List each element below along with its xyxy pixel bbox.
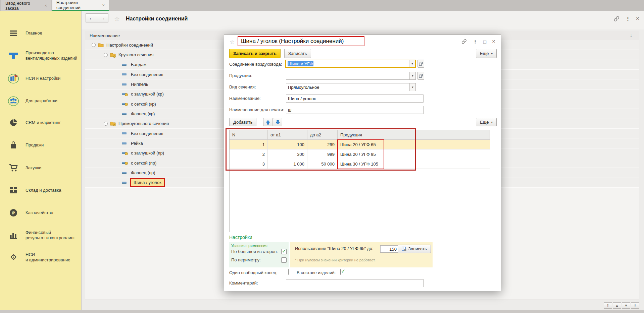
name-label: Наименование: (229, 96, 261, 101)
chevron-down-icon: ▾ (491, 121, 493, 124)
cell-n: 2 (230, 149, 268, 159)
products-combo[interactable]: ▾ (286, 72, 416, 80)
sidebar-item-development[interactable]: Для разработки (0, 93, 82, 109)
sidebar-item-finance[interactable]: Финансовыйрезультат и контроллинг (0, 228, 82, 243)
sidebar-item-main[interactable]: Главное (0, 26, 82, 40)
tree-item-label: Бандаж (131, 62, 146, 67)
sidebar-item-label: Склад и доставка (26, 188, 61, 193)
by-perimeter-checkbox[interactable] (281, 257, 287, 263)
go-top-button[interactable]: ⇑ (604, 302, 612, 309)
sidebar-item-sales[interactable]: Продажи (0, 138, 82, 152)
move-down-button[interactable] (273, 118, 282, 126)
name-input[interactable] (286, 95, 424, 103)
cell-product: Шина 30 / УГФ 105 (338, 159, 490, 169)
sidebar-item-warehouse[interactable]: Склад и доставка (0, 184, 82, 197)
duct-connection-combo[interactable]: Шина и УГФ ▾ (285, 60, 416, 68)
cell-from: 100 (268, 140, 307, 149)
link-icon[interactable] (613, 15, 620, 22)
maximize-icon[interactable]: □ (483, 39, 486, 45)
save-table-icon (402, 247, 406, 251)
sidebar-item-production[interactable]: Производствовентиляционных изделий (0, 48, 82, 63)
section-type-label: Вид сечения: (229, 84, 256, 89)
form-toolbar: ← → ☆ Настройки соединений ⋮ × (82, 11, 644, 29)
item-dash-dot-icon (122, 93, 127, 95)
tab-new-order[interactable]: Ввод нового заказа × (1, 0, 51, 11)
tab-connection-settings[interactable]: Настройки соединений × (52, 0, 109, 11)
pie-chart-icon (7, 117, 19, 129)
usage-save-button[interactable]: Записать (398, 245, 431, 253)
kebab-menu-icon[interactable]: ⋮ (473, 39, 478, 44)
duct-connection-label: Соединение воздуховода: (229, 62, 282, 67)
link-icon[interactable] (461, 39, 467, 45)
dialog-title: Шина / уголок (Настройки соединений) (241, 38, 344, 45)
usage-note: * При нулевом значении критерий не работ… (295, 258, 376, 262)
gear-icon: ⚙ (7, 251, 19, 263)
comment-input[interactable] (286, 279, 424, 287)
column-header-product[interactable]: Продукция (338, 130, 490, 139)
back-button[interactable]: ← (86, 13, 97, 22)
sidebar-item-nsi-settings[interactable]: НСИ и настройки (0, 71, 82, 86)
open-reference-button[interactable] (417, 60, 424, 68)
forward-button[interactable]: → (97, 13, 108, 22)
more-button-top[interactable]: Еще▾ (476, 49, 497, 58)
open-reference-button[interactable] (417, 72, 424, 80)
usage-limit-input[interactable] (380, 245, 399, 253)
table-row[interactable]: 1 100 299 Шина 20 / УГФ 65 (230, 140, 490, 149)
item-dash-icon (122, 172, 127, 174)
collapse-icon[interactable]: – (92, 43, 96, 47)
tree-item-label: Прямоугольного сечения (118, 121, 169, 126)
chevron-down-icon[interactable]: ▾ (409, 72, 415, 79)
tab-label: Ввод нового заказа (5, 1, 41, 11)
column-header-label: Наименование (90, 33, 120, 38)
warehouse-grid-icon (7, 184, 19, 196)
add-row-button[interactable]: Добавить (229, 118, 256, 126)
chevron-down-icon[interactable]: ▾ (409, 83, 415, 91)
go-up-button[interactable]: ▲ (613, 302, 621, 309)
sidebar-item-administration[interactable]: ⚙ НСИи администрирование (0, 250, 82, 265)
go-down-button[interactable]: ▼ (622, 302, 630, 309)
conditions-title: Условия применения (231, 244, 289, 248)
in-products-checkbox[interactable]: ✓ (340, 269, 341, 275)
tree-item-label: Круглого сечения (118, 52, 154, 57)
collapse-icon[interactable]: – (104, 122, 108, 126)
save-button[interactable]: Записать (284, 49, 311, 58)
table-header-row: N от а1 до а2 Продукция (230, 130, 490, 140)
ruble-circle-icon: ₽ (7, 207, 19, 219)
move-up-button[interactable] (263, 118, 273, 126)
sidebar-item-purchasing[interactable]: Закупки (0, 161, 82, 175)
item-dash-icon (122, 113, 127, 115)
save-and-close-button[interactable]: Записать и закрыть (229, 49, 281, 58)
combo-value: Шина и УГФ (286, 61, 409, 66)
more-label: Еще (480, 51, 489, 56)
collapse-icon[interactable]: – (104, 53, 108, 57)
by-larger-side-checkbox[interactable]: ✓ (281, 249, 287, 254)
free-end-checkbox[interactable] (288, 269, 289, 275)
favorite-star-icon[interactable]: ☆ (114, 15, 120, 23)
print-name-input[interactable] (286, 106, 424, 114)
table-row[interactable]: 3 1 000 50 000 Шина 30 / УГФ 105 (230, 159, 490, 169)
close-icon[interactable]: × (492, 38, 495, 45)
kebab-menu-icon[interactable]: ⋮ (625, 16, 630, 22)
go-bottom-button[interactable]: ⇓ (631, 302, 639, 309)
sidebar-item-label: НСИ и настройки (26, 76, 60, 81)
table-row[interactable]: 2 300 999 Шина 20 / УГФ 95 (230, 149, 490, 159)
sidebar-item-crm[interactable]: CRM и маркетинг (0, 116, 82, 129)
item-dash-icon (122, 182, 127, 184)
highlighted-tree-item-label: Шина / уголок (130, 178, 165, 187)
tab-close-icon[interactable]: × (102, 3, 105, 8)
usage-criteria-group: Использование "Шина 20 / УГФ 65" до: Зап… (290, 242, 433, 267)
folder-icon (110, 52, 116, 58)
chevron-down-icon[interactable]: ▾ (409, 60, 415, 67)
column-header-to-a2[interactable]: до а2 (307, 130, 338, 139)
people-group-icon (7, 95, 19, 107)
sort-descending-icon[interactable]: ↓ (630, 33, 632, 38)
favorite-star-icon[interactable]: ☆ (230, 39, 235, 46)
more-button-table[interactable]: Еще▾ (476, 118, 497, 126)
section-type-combo[interactable]: Прямоугольное ▾ (286, 83, 416, 91)
column-header-from-a1[interactable]: от а1 (268, 130, 307, 139)
tab-close-icon[interactable]: × (44, 3, 47, 8)
sidebar-item-treasury[interactable]: ₽ Казначейство (0, 206, 82, 220)
item-dash-dot-icon (122, 103, 127, 105)
close-icon[interactable]: × (636, 15, 639, 22)
column-header-n[interactable]: N (230, 130, 268, 139)
